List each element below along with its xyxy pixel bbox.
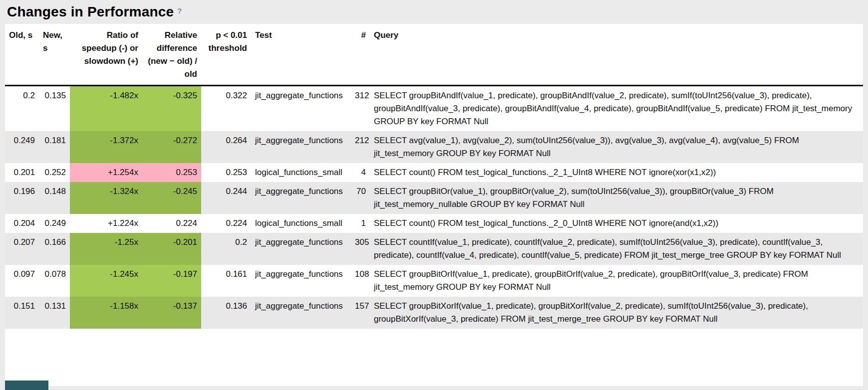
table-row: 0.2040.249+1.224x0.2240.224logical_funct…	[5, 214, 863, 233]
table-row: 0.2490.181-1.372x-0.2720.264jit_aggregat…	[5, 131, 863, 163]
performance-table: Old, s New, s Ratio of speedup (-) or sl…	[5, 24, 863, 329]
partially-visible-element	[5, 381, 48, 390]
test-name-cell: logical_functions_small	[251, 163, 351, 182]
col-header-query: Query	[370, 24, 863, 86]
relative-difference-cell: -0.201	[142, 233, 201, 265]
query-text-cell: SELECT groupBitOr(value_1), groupBitOr(v…	[370, 182, 863, 214]
col-header-old-s: Old, s	[5, 24, 39, 86]
page-header: Changes in Performance?	[0, 0, 868, 24]
test-name-cell: jit_aggregate_functions	[251, 182, 351, 214]
query-text-cell: SELECT avg(value_1), avg(value_2), sum(t…	[370, 131, 863, 163]
ratio-cell: -1.245x	[70, 265, 142, 297]
table-row: 0.20.135-1.482x-0.3250.322jit_aggregate_…	[5, 86, 863, 132]
test-name-cell: jit_aggregate_functions	[251, 131, 351, 163]
threshold-cell: 0.2	[201, 233, 251, 265]
query-number-cell: 4	[351, 163, 370, 182]
help-question-icon[interactable]: ?	[177, 6, 182, 15]
relative-difference-cell: 0.253	[142, 163, 201, 182]
query-text-cell: SELECT countIf(value_1, predicate), coun…	[370, 233, 863, 265]
old-seconds-cell: 0.151	[5, 297, 39, 329]
old-seconds-cell: 0.097	[5, 265, 39, 297]
threshold-cell: 0.224	[201, 214, 251, 233]
col-header-number: #	[351, 24, 370, 86]
old-seconds-cell: 0.204	[5, 214, 39, 233]
new-seconds-cell: 0.181	[39, 131, 70, 163]
ratio-cell: -1.372x	[70, 131, 142, 163]
old-seconds-cell: 0.196	[5, 182, 39, 214]
table-row: 0.1960.148-1.324x-0.2450.244jit_aggregat…	[5, 182, 863, 214]
old-seconds-cell: 0.249	[5, 131, 39, 163]
new-seconds-cell: 0.078	[39, 265, 70, 297]
query-text-cell: SELECT count() FROM test_logical_functio…	[370, 163, 863, 182]
test-name-cell: jit_aggregate_functions	[251, 233, 351, 265]
new-seconds-cell: 0.148	[39, 182, 70, 214]
threshold-cell: 0.322	[201, 86, 251, 132]
relative-difference-cell: -0.272	[142, 131, 201, 163]
new-seconds-cell: 0.135	[39, 86, 70, 132]
query-text-cell: SELECT groupBitOrIf(value_1, predicate),…	[370, 265, 863, 297]
page-title: Changes in Performance	[7, 4, 174, 19]
query-text-cell: SELECT groupBitAndIf(value_1, predicate)…	[370, 86, 863, 132]
col-header-relative-difference: Relative difference (new − old) / old	[142, 24, 201, 86]
new-seconds-cell: 0.166	[39, 233, 70, 265]
new-seconds-cell: 0.249	[39, 214, 70, 233]
relative-difference-cell: 0.224	[142, 214, 201, 233]
query-text-cell: SELECT groupBitXorIf(value_1, predicate)…	[370, 297, 863, 329]
relative-difference-cell: -0.137	[142, 297, 201, 329]
old-seconds-cell: 0.207	[5, 233, 39, 265]
threshold-cell: 0.253	[201, 163, 251, 182]
col-header-test: Test	[251, 24, 351, 86]
relative-difference-cell: -0.325	[142, 86, 201, 132]
new-seconds-cell: 0.131	[39, 297, 70, 329]
threshold-cell: 0.161	[201, 265, 251, 297]
table-row: 0.0970.078-1.245x-0.1970.161jit_aggregat…	[5, 265, 863, 297]
query-number-cell: 1	[351, 214, 370, 233]
threshold-cell: 0.244	[201, 182, 251, 214]
query-number-cell: 157	[351, 297, 370, 329]
test-name-cell: jit_aggregate_functions	[251, 86, 351, 132]
test-name-cell: logical_functions_small	[251, 214, 351, 233]
ratio-cell: +1.254x	[70, 163, 142, 182]
table-row: 0.2010.252+1.254x0.2530.253logical_funct…	[5, 163, 863, 182]
ratio-cell: -1.482x	[70, 86, 142, 132]
table-body: 0.20.135-1.482x-0.3250.322jit_aggregate_…	[5, 86, 863, 329]
col-header-new-s: New, s	[39, 24, 70, 86]
ratio-cell: -1.158x	[70, 297, 142, 329]
ratio-cell: +1.224x	[70, 214, 142, 233]
relative-difference-cell: -0.197	[142, 265, 201, 297]
test-name-cell: jit_aggregate_functions	[251, 265, 351, 297]
query-number-cell: 70	[351, 182, 370, 214]
col-header-ratio: Ratio of speedup (-) or slowdown (+)	[70, 24, 142, 86]
table-row: 0.1510.131-1.158x-0.1370.136jit_aggregat…	[5, 297, 863, 329]
table-row: 0.2070.166-1.25x-0.2010.2jit_aggregate_f…	[5, 233, 863, 265]
table-container: Old, s New, s Ratio of speedup (-) or sl…	[5, 24, 863, 386]
query-number-cell: 305	[351, 233, 370, 265]
old-seconds-cell: 0.2	[5, 86, 39, 132]
test-name-cell: jit_aggregate_functions	[251, 297, 351, 329]
query-text-cell: SELECT count() FROM test_logical_functio…	[370, 214, 863, 233]
table-header-row: Old, s New, s Ratio of speedup (-) or sl…	[5, 24, 863, 86]
new-seconds-cell: 0.252	[39, 163, 70, 182]
threshold-cell: 0.264	[201, 131, 251, 163]
old-seconds-cell: 0.201	[5, 163, 39, 182]
query-number-cell: 312	[351, 86, 370, 132]
ratio-cell: -1.25x	[70, 233, 142, 265]
ratio-cell: -1.324x	[70, 182, 142, 214]
query-number-cell: 108	[351, 265, 370, 297]
query-number-cell: 212	[351, 131, 370, 163]
col-header-threshold: p < 0.01 threshold	[201, 24, 251, 86]
relative-difference-cell: -0.245	[142, 182, 201, 214]
threshold-cell: 0.136	[201, 297, 251, 329]
